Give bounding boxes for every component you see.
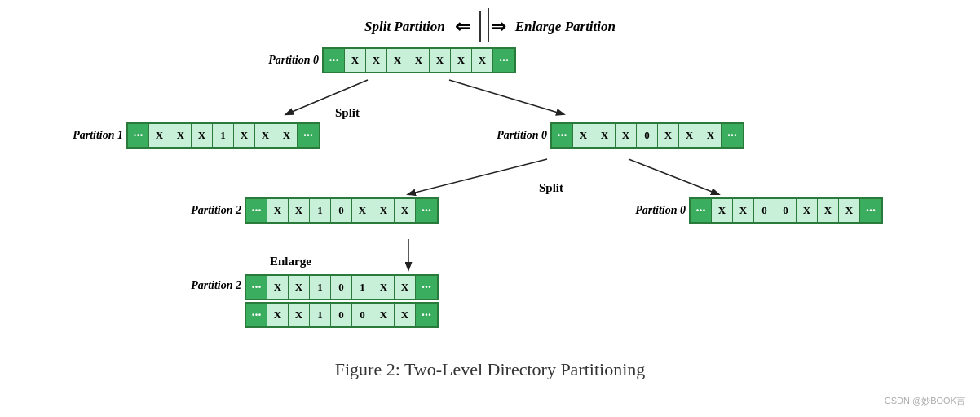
partition-row-3b: Partition 0 ··· X X 0 0 X X X ··· [612,197,883,224]
cell-dots: ··· [246,199,267,222]
cell-x1: X [267,276,289,299]
cell-0: 0 [637,124,658,147]
partition-2-cells: ··· X X 1 0 X X X ··· [245,197,439,224]
partition-0-mid-cells: ··· X X X 0 X X X ··· [550,122,744,149]
cell-x2: X [289,304,310,326]
cell-x6: X [700,124,722,147]
cell-0a: 0 [331,304,352,326]
cell-0: 0 [331,199,352,222]
partition-2-row1-cells: ··· X X 1 0 1 X X ··· [245,274,439,300]
cell-x4: X [818,199,839,222]
cell-dots: ··· [246,304,267,326]
cell-x2: X [289,276,310,299]
partition-2-enlarge-label: Partition 2 [168,279,241,292]
cell-dots-end: ··· [722,124,743,147]
cell-x2: X [289,199,310,222]
cell-1: 1 [310,304,331,326]
cell-x4: X [395,304,416,326]
cell-1: 1 [310,199,331,222]
cell-x3: X [352,199,373,222]
cell-x1: X [149,124,170,147]
partition-1-label: Partition 1 [58,129,123,142]
cell-x1: X [712,199,733,222]
cell-x2: X [170,124,192,147]
cell-x5: X [430,49,451,72]
cell-x5: X [255,124,276,147]
cell-dots-end: ··· [493,49,514,72]
cell-dots-end: ··· [416,199,437,222]
cell-x4: X [395,276,416,299]
partition-row-1: Partition 1 ··· X X X 1 X X X ··· [58,122,320,149]
watermark: CSDN @妙BOOK言 [885,395,965,407]
enlarge-partition-label: Enlarge Partition [515,19,616,35]
split-label-2: Split [539,181,563,195]
cell-dots: ··· [324,49,345,72]
partition-0-bot-label: Partition 0 [612,204,686,217]
partition-0-mid-label: Partition 0 [474,129,547,142]
cell-1: 1 [213,124,234,147]
cell-dots: ··· [691,199,712,222]
cell-0b: 0 [775,199,797,222]
cell-dots: ··· [128,124,149,147]
main-container: Split Partition ⇐ ⇒ Enlarge Partition Pa… [0,0,980,417]
cell-x6: X [451,49,472,72]
cell-dots: ··· [552,124,573,147]
partition-0-bot-cells: ··· X X 0 0 X X X ··· [689,197,883,224]
cell-x4: X [234,124,255,147]
cell-0a: 0 [754,199,775,222]
cell-x1: X [345,49,366,72]
cell-x2: X [733,199,754,222]
left-arrow-icon: ⇐ [455,16,470,38]
cell-0: 0 [331,276,352,299]
cell-x5: X [679,124,700,147]
partition-2-row2-cells: ··· X X 1 0 0 X X ··· [245,302,439,328]
svg-line-2 [449,80,563,114]
cell-dots-end: ··· [416,304,437,326]
cell-x4: X [373,199,395,222]
partition-row-2a: Partition 0 ··· X X X 0 X X X ··· [474,122,744,149]
cell-x5: X [395,199,416,222]
partition-1-cells: ··· X X X 1 X X X ··· [126,122,320,149]
divider-line [479,11,481,42]
cell-x4: X [408,49,430,72]
cell-x3: X [387,49,408,72]
cell-x3: X [373,276,395,299]
header-row: Split Partition ⇐ ⇒ Enlarge Partition [42,11,938,42]
cell-0b: 0 [352,304,373,326]
partition-row-0: Partition 0 ··· X X X X X X X ··· [245,47,516,73]
cell-1: 1 [310,276,331,299]
cell-x1: X [267,199,289,222]
split-label-1: Split [335,106,360,120]
right-arrow-icon: ⇒ [491,16,505,38]
cell-dots: ··· [246,276,267,299]
enlarge-label: Enlarge [270,255,311,268]
figure-caption: Figure 2: Two-Level Directory Partitioni… [335,359,646,380]
cell-dots-end: ··· [860,199,881,222]
cell-x1: X [573,124,594,147]
svg-line-3 [408,159,547,194]
diagram-area: Split Partition ⇐ ⇒ Enlarge Partition Pa… [42,8,938,351]
cell-dots-end: ··· [416,276,437,299]
cell-x7: X [472,49,493,72]
cell-x6: X [276,124,298,147]
partition-2-double-rows: ··· X X 1 0 1 X X ··· ··· X X 1 0 [245,274,439,328]
cell-x5: X [839,199,860,222]
partition-row-3: Partition 2 ··· X X 1 0 X X X ··· [168,197,439,224]
cell-x3: X [797,199,818,222]
cell-x3: X [616,124,637,147]
cell-1b: 1 [352,276,373,299]
cell-dots-end: ··· [298,124,319,147]
cell-x2: X [594,124,616,147]
cell-x2: X [366,49,387,72]
partition-0-label: Partition 0 [245,54,319,67]
cell-x4: X [658,124,679,147]
cell-x1: X [267,304,289,326]
svg-line-4 [629,159,718,194]
split-partition-label: Split Partition [364,19,445,35]
cell-x3: X [373,304,395,326]
partition-row-4: Partition 2 ··· X X 1 0 1 X X ··· ··· [168,274,439,328]
partition-0-cells: ··· X X X X X X X ··· [322,47,516,73]
partition-2-label: Partition 2 [168,204,241,217]
cell-x3: X [192,124,213,147]
